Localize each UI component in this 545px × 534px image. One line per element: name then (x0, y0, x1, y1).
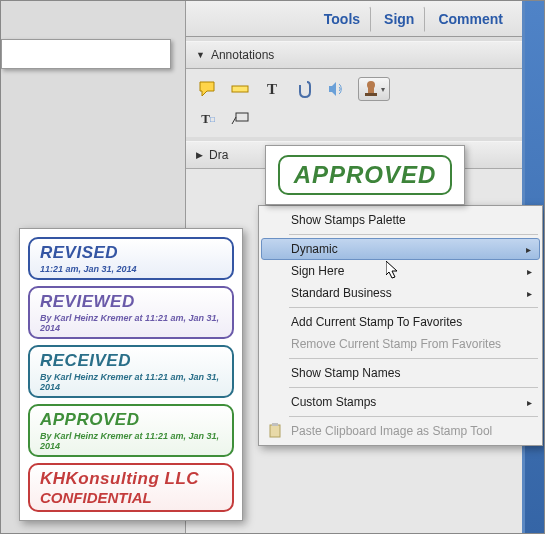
approved-stamp-preview: APPROVED (278, 155, 453, 195)
tab-sign[interactable]: Sign (373, 6, 425, 32)
stamp-approved[interactable]: APPROVED By Karl Heinz Kremer at 11:21 a… (28, 404, 234, 457)
stamp-received[interactable]: RECEIVED By Karl Heinz Kremer at 11:21 a… (28, 345, 234, 398)
dynamic-stamps-submenu: REVISED 11:21 am, Jan 31, 2014 REVIEWED … (19, 228, 243, 521)
text-callout-icon[interactable] (230, 109, 250, 129)
menu-paste-clipboard: Paste Clipboard Image as Stamp Tool (261, 420, 540, 442)
text-box-icon[interactable]: T□ (198, 109, 218, 129)
tab-comment[interactable]: Comment (427, 6, 514, 32)
annotation-tools-row2: T□ (186, 109, 522, 137)
menu-show-names[interactable]: Show Stamp Names (261, 362, 540, 384)
menu-show-palette[interactable]: Show Stamps Palette (261, 209, 540, 231)
section-title: Dra (209, 148, 228, 162)
stamp-meta: By Karl Heinz Kremer at 11:21 am, Jan 31… (40, 372, 222, 392)
stamp-revised[interactable]: REVISED 11:21 am, Jan 31, 2014 (28, 237, 234, 280)
chevron-right-icon: ▶ (196, 150, 203, 160)
menu-add-favorite[interactable]: Add Current Stamp To Favorites (261, 311, 540, 333)
stamp-reviewed[interactable]: REVIEWED By Karl Heinz Kremer at 11:21 a… (28, 286, 234, 339)
audio-icon[interactable] (326, 79, 346, 99)
sticky-note-icon[interactable] (198, 79, 218, 99)
menu-sign-here[interactable]: Sign Here (261, 260, 540, 282)
stamp-title: RECEIVED (40, 351, 222, 371)
svg-rect-5 (270, 425, 280, 437)
svg-rect-3 (365, 93, 377, 96)
menu-dynamic[interactable]: Dynamic (261, 238, 540, 260)
annotation-tools-row1: T ▾ (186, 69, 522, 109)
chevron-down-icon: ▼ (196, 50, 205, 60)
tab-tools[interactable]: Tools (313, 6, 371, 32)
stamp-confidential[interactable]: KHKonsulting LLC CONFIDENTIAL (28, 463, 234, 512)
menu-standard-business[interactable]: Standard Business (261, 282, 540, 304)
svg-rect-2 (368, 88, 374, 93)
stamp-meta: 11:21 am, Jan 31, 2014 (40, 264, 222, 274)
stamp-title: REVISED (40, 243, 222, 263)
menu-paste-label: Paste Clipboard Image as Stamp Tool (291, 424, 492, 438)
stamp-icon (363, 80, 379, 98)
stamp-title: APPROVED (40, 410, 222, 430)
svg-rect-0 (232, 86, 248, 92)
pane-tabs: Tools Sign Comment (186, 1, 522, 37)
document-page (1, 39, 171, 69)
stamp-meta: By Karl Heinz Kremer at 11:21 am, Jan 31… (40, 313, 222, 333)
stamp-dropdown-menu: Show Stamps Palette Dynamic Sign Here St… (258, 205, 543, 446)
stamp-meta: CONFIDENTIAL (40, 489, 222, 506)
svg-rect-6 (272, 423, 278, 426)
text-tool-icon[interactable]: T (262, 79, 282, 99)
menu-remove-favorite: Remove Current Stamp From Favorites (261, 333, 540, 355)
highlight-icon[interactable] (230, 79, 250, 99)
stamp-preview-flyout: APPROVED (265, 145, 465, 205)
svg-point-1 (367, 81, 375, 89)
menu-custom-stamps[interactable]: Custom Stamps (261, 391, 540, 413)
stamp-meta: By Karl Heinz Kremer at 11:21 am, Jan 31… (40, 431, 222, 451)
svg-rect-4 (236, 113, 248, 121)
stamp-title: REVIEWED (40, 292, 222, 312)
attach-file-icon[interactable] (294, 79, 314, 99)
stamp-title: KHKonsulting LLC (40, 469, 222, 489)
dropdown-arrow-icon: ▾ (381, 85, 385, 94)
clipboard-icon (267, 423, 283, 439)
section-annotations[interactable]: ▼ Annotations (186, 41, 522, 69)
section-title: Annotations (211, 48, 274, 62)
stamp-tool-button[interactable]: ▾ (358, 77, 390, 101)
